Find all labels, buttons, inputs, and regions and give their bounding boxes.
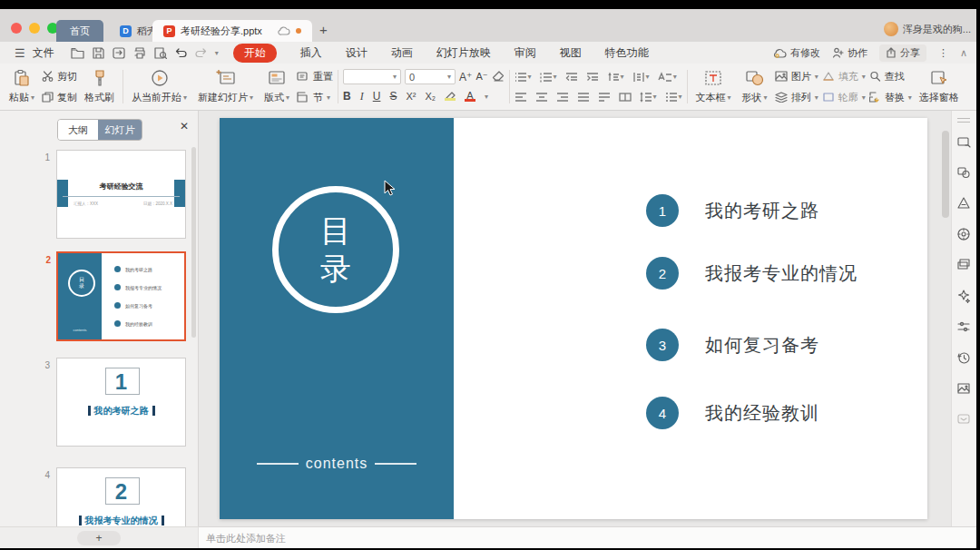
numbered-list-button[interactable]: ▾: [540, 72, 557, 83]
align-right-button[interactable]: [556, 92, 569, 103]
ribbon-tab-animation[interactable]: 动画: [391, 45, 413, 61]
slide-thumbnail-1[interactable]: 1 考研经验交流 汇报人：XXX 日期：2020.X.X: [56, 150, 186, 239]
minimize-window-button[interactable]: [29, 23, 40, 34]
effects-pane-icon[interactable]: [956, 289, 971, 303]
tab-document[interactable]: P 考研经验分享.pptx: [152, 20, 312, 42]
picture-button[interactable]: 图片▾: [775, 69, 818, 83]
design-pane-icon[interactable]: [956, 227, 971, 241]
layout-button[interactable]: 版式▾: [260, 66, 293, 107]
reset-slide-button[interactable]: 重置: [297, 69, 333, 83]
ribbon-tab-special-features[interactable]: 特色功能: [605, 45, 649, 61]
main-menu-icon[interactable]: ☰: [15, 46, 25, 60]
notes-bar[interactable]: 单击此处添加备注: [198, 526, 976, 548]
current-slide[interactable]: 目 录 contents 1 我的考研之路 2 我报考专业的情况: [220, 118, 927, 519]
character-border-button[interactable]: ▾: [658, 72, 677, 83]
add-slide-button[interactable]: +: [77, 531, 121, 545]
cut-button[interactable]: 剪切: [42, 69, 77, 83]
list-settings-button[interactable]: ▾: [665, 92, 682, 103]
user-account[interactable]: 浑身是戏的狗...: [884, 22, 971, 36]
print-preview-icon[interactable]: [154, 47, 167, 59]
layers-pane-icon[interactable]: [956, 258, 971, 272]
toc-item-1[interactable]: 1 我的考研之路: [646, 194, 819, 227]
toc-item-2[interactable]: 2 我报考专业的情况: [646, 257, 858, 290]
font-family-select[interactable]: ▾: [343, 69, 401, 84]
shapes-pane-icon[interactable]: [956, 165, 971, 180]
ribbon-tab-design[interactable]: 设计: [346, 45, 368, 61]
toc-side-panel[interactable]: 目 录 contents: [220, 118, 454, 519]
new-tab-button[interactable]: +: [319, 22, 328, 37]
outline-tab[interactable]: 大纲: [58, 120, 98, 140]
properties-pane-icon[interactable]: [956, 319, 971, 334]
subscript-button[interactable]: X₂: [425, 91, 436, 102]
text-columns-button[interactable]: [619, 92, 632, 103]
ribbon-tab-start[interactable]: 开始: [233, 44, 277, 63]
align-left-button[interactable]: [514, 92, 527, 103]
underline-button[interactable]: U: [373, 90, 381, 103]
comments-pane-icon[interactable]: [956, 412, 971, 427]
toc-item-4[interactable]: 4 我的经验教训: [646, 397, 819, 429]
more-options-icon[interactable]: ⋮: [938, 47, 948, 59]
ribbon-tab-insert[interactable]: 插入: [300, 45, 322, 61]
qat-more-dropdown-icon[interactable]: ▾: [215, 49, 219, 57]
open-file-icon[interactable]: [71, 47, 84, 59]
export-convert-icon[interactable]: [113, 47, 125, 59]
tab-home[interactable]: 首页: [56, 20, 103, 42]
find-button[interactable]: 查找: [869, 69, 912, 83]
menu-file[interactable]: 文件: [33, 45, 54, 61]
toc-title-circle[interactable]: 目 录: [272, 186, 399, 313]
clear-format-eraser-icon[interactable]: [492, 71, 505, 83]
align-center-button[interactable]: [535, 92, 548, 103]
ribbon-tab-view[interactable]: 视图: [560, 45, 582, 61]
copy-button[interactable]: 复制: [42, 90, 77, 104]
justify-button[interactable]: [577, 92, 590, 103]
format-painter-button[interactable]: 格式刷: [81, 66, 118, 107]
modified-status[interactable]: 有修改: [773, 46, 820, 60]
slides-tab[interactable]: 幻灯片: [98, 120, 142, 140]
save-icon[interactable]: [93, 47, 104, 59]
new-slide-button[interactable]: 新建幻灯片▾: [194, 66, 257, 107]
paste-button[interactable]: 粘贴▾: [5, 66, 38, 107]
font-size-select[interactable]: 0▾: [405, 69, 456, 84]
outline-button[interactable]: 轮廓▾: [822, 90, 866, 104]
decrease-indent-button[interactable]: [565, 72, 578, 83]
textbox-button[interactable]: 文本框▾: [692, 66, 735, 107]
fill-button[interactable]: 填充▾: [822, 69, 866, 83]
image-pane-icon[interactable]: [956, 381, 971, 396]
beautify-pane-icon[interactable]: [956, 196, 971, 211]
highlight-color-button[interactable]: [445, 92, 456, 101]
increase-font-button[interactable]: A⁺: [459, 71, 472, 83]
selection-pane-button[interactable]: 选择窗格: [916, 66, 963, 107]
line-spacing-button[interactable]: ▾: [640, 92, 657, 103]
slide-thumbnail-3[interactable]: 3 1 我的考研之路: [56, 358, 186, 447]
section-button[interactable]: 节▾: [297, 90, 333, 104]
italic-button[interactable]: I: [360, 90, 364, 103]
strikethrough-button[interactable]: S: [389, 90, 397, 103]
superscript-button[interactable]: X²: [406, 91, 416, 102]
history-pane-icon[interactable]: [956, 350, 971, 365]
font-color-button[interactable]: A: [465, 91, 475, 102]
redo-icon[interactable]: [195, 47, 207, 58]
distribute-text-button[interactable]: [598, 92, 611, 103]
contents-label[interactable]: contents: [220, 456, 454, 472]
undo-icon[interactable]: [175, 47, 187, 58]
text-direction-button[interactable]: ▾: [607, 72, 624, 83]
shapes-button[interactable]: 形状▾: [739, 66, 771, 107]
close-panel-icon[interactable]: ✕: [180, 120, 189, 133]
rail-handle-icon[interactable]: [957, 118, 970, 123]
share-button[interactable]: 分享: [879, 44, 926, 62]
ribbon-tab-review[interactable]: 审阅: [514, 45, 536, 61]
decrease-font-button[interactable]: A⁻: [475, 71, 487, 83]
collapse-ribbon-icon[interactable]: ∧: [960, 47, 967, 59]
slideshow-pane-icon[interactable]: [956, 134, 971, 149]
collaborate-button[interactable]: 协作: [832, 46, 867, 60]
print-icon[interactable]: [133, 47, 146, 59]
toc-item-3[interactable]: 3 如何复习备考: [646, 329, 819, 361]
ribbon-tab-slideshow[interactable]: 幻灯片放映: [436, 45, 491, 61]
play-from-current-button[interactable]: 从当前开始▾: [128, 66, 191, 107]
bold-button[interactable]: B: [343, 90, 351, 103]
canvas-scrollbar[interactable]: [942, 131, 949, 218]
paragraph-spacing-button[interactable]: ▾: [632, 72, 650, 83]
bullet-list-button[interactable]: ▾: [514, 72, 532, 83]
increase-indent-button[interactable]: [586, 72, 599, 83]
arrange-button[interactable]: 排列▾: [775, 90, 818, 104]
